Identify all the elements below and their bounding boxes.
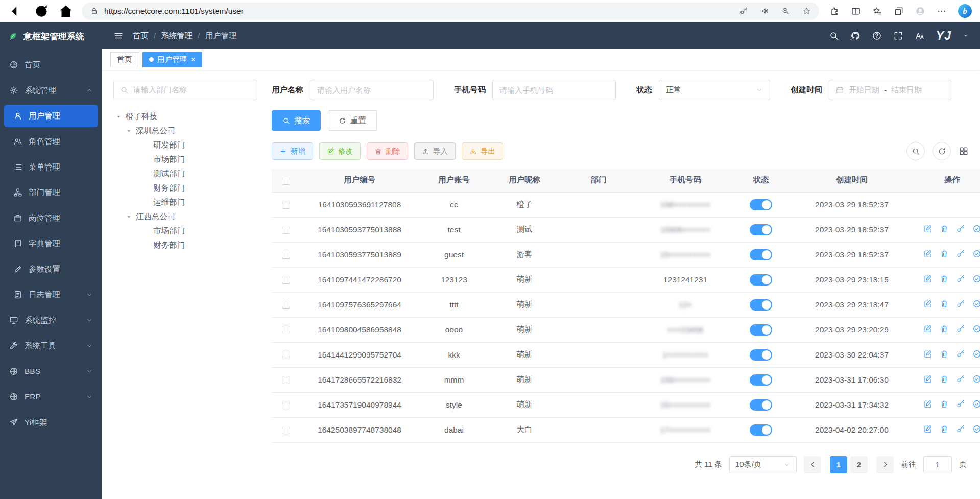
trash-icon[interactable] xyxy=(940,224,949,233)
sidebar-item-dict-management[interactable]: 字典管理 xyxy=(0,231,102,256)
back-icon[interactable] xyxy=(8,3,26,20)
status-toggle[interactable] xyxy=(750,349,772,361)
refresh-table-button[interactable] xyxy=(933,142,951,160)
status-toggle[interactable] xyxy=(750,424,772,436)
sidebar-item-menu-management[interactable]: 菜单管理 xyxy=(0,154,102,180)
status-select[interactable]: 正常 xyxy=(659,80,770,100)
sidebar-item-home[interactable]: 首页 xyxy=(0,52,102,78)
goto-page-input[interactable] xyxy=(923,456,952,473)
split-screen-icon[interactable] xyxy=(851,6,861,16)
caret-down-icon[interactable] xyxy=(126,128,132,134)
sidebar-item-bbs[interactable]: BBS xyxy=(0,359,102,384)
username-input[interactable] xyxy=(310,80,434,100)
reload-icon[interactable] xyxy=(33,3,50,20)
password-key-icon[interactable] xyxy=(739,7,748,15)
search-button[interactable]: 搜索 xyxy=(272,110,321,131)
key-icon[interactable] xyxy=(956,274,965,283)
tree-node[interactable]: 橙子科技 xyxy=(113,109,257,124)
caret-down-icon[interactable] xyxy=(126,213,132,220)
check-circle-icon[interactable] xyxy=(972,224,980,233)
trash-icon[interactable] xyxy=(940,274,949,283)
status-toggle[interactable] xyxy=(750,249,772,260)
tree-node[interactable]: 深圳总公司 xyxy=(113,124,257,138)
row-checkbox[interactable] xyxy=(282,376,290,384)
read-aloud-icon[interactable] xyxy=(760,7,769,15)
tab-user-management[interactable]: 用户管理 xyxy=(142,52,202,67)
fullscreen-icon[interactable] xyxy=(893,31,903,41)
tree-node[interactable]: 财务部门 xyxy=(113,181,257,195)
trash-icon[interactable] xyxy=(940,424,949,434)
github-icon[interactable] xyxy=(850,31,861,41)
sidebar-item-user-management[interactable]: 用户管理 xyxy=(4,105,98,127)
edit-icon[interactable] xyxy=(923,224,933,233)
sidebar-item-erp[interactable]: ERP xyxy=(0,384,102,410)
key-icon[interactable] xyxy=(956,349,965,359)
row-checkbox[interactable] xyxy=(282,351,290,359)
help-icon[interactable] xyxy=(872,31,882,41)
key-icon[interactable] xyxy=(956,324,965,334)
status-toggle[interactable] xyxy=(750,299,772,311)
sidebar-item-system-management[interactable]: 系统管理 xyxy=(0,78,102,103)
sidebar-item-post-management[interactable]: 岗位管理 xyxy=(0,205,102,231)
collapse-menu-icon[interactable] xyxy=(113,31,124,41)
edit-icon[interactable] xyxy=(923,374,933,384)
check-circle-icon[interactable] xyxy=(972,324,980,334)
sidebar-item-param-settings[interactable]: 参数设置 xyxy=(0,256,102,282)
next-page-button[interactable] xyxy=(876,456,894,473)
edit-icon[interactable] xyxy=(923,274,933,283)
key-icon[interactable] xyxy=(956,399,965,409)
sidebar-item-role-management[interactable]: 角色管理 xyxy=(0,129,102,154)
tree-node[interactable]: 江西总公司 xyxy=(113,209,257,224)
font-size-icon[interactable] xyxy=(915,31,925,41)
edit-icon[interactable] xyxy=(923,249,933,258)
edit-icon[interactable] xyxy=(923,399,933,409)
row-checkbox[interactable] xyxy=(282,276,290,284)
edit-icon[interactable] xyxy=(923,324,933,334)
status-toggle[interactable] xyxy=(750,399,772,411)
row-checkbox[interactable] xyxy=(282,301,290,309)
trash-icon[interactable] xyxy=(940,349,949,359)
key-icon[interactable] xyxy=(956,299,965,308)
row-checkbox[interactable] xyxy=(282,401,290,409)
status-toggle[interactable] xyxy=(750,199,772,210)
app-logo[interactable]: 意框架管理系统 xyxy=(0,22,102,50)
tree-node[interactable]: 市场部门 xyxy=(113,152,257,167)
toggle-search-button[interactable] xyxy=(906,142,925,160)
edit-icon[interactable] xyxy=(923,349,933,359)
import-button[interactable]: 导入 xyxy=(414,142,456,160)
page-button-2[interactable]: 2 xyxy=(850,456,868,473)
dept-search-input[interactable]: 请输入部门名称 xyxy=(113,80,257,100)
row-checkbox[interactable] xyxy=(282,426,290,434)
modify-button[interactable]: 修改 xyxy=(319,142,361,160)
tree-node[interactable]: 运维部门 xyxy=(113,195,257,209)
header-search-icon[interactable] xyxy=(829,31,839,41)
copilot-icon[interactable] xyxy=(958,4,972,18)
sidebar-item-log-management[interactable]: 日志管理 xyxy=(0,282,102,307)
key-icon[interactable] xyxy=(956,374,965,384)
key-icon[interactable] xyxy=(956,424,965,434)
browser-home-icon[interactable] xyxy=(57,3,75,20)
sidebar-item-system-monitor[interactable]: 系统监控 xyxy=(0,307,102,333)
trash-icon[interactable] xyxy=(940,374,949,384)
settings-ellipsis-icon[interactable] xyxy=(937,6,947,16)
collections-icon[interactable] xyxy=(894,6,904,16)
row-checkbox[interactable] xyxy=(282,251,290,259)
edit-icon[interactable] xyxy=(923,424,933,434)
check-circle-icon[interactable] xyxy=(972,299,980,308)
sidebar-item-dept-management[interactable]: 部门管理 xyxy=(0,180,102,205)
favorite-star-icon[interactable] xyxy=(802,7,811,15)
trash-icon[interactable] xyxy=(940,299,949,308)
caret-down-icon[interactable] xyxy=(115,113,122,120)
status-toggle[interactable] xyxy=(750,224,772,235)
trash-icon[interactable] xyxy=(940,324,949,334)
extensions-icon[interactable] xyxy=(829,6,840,16)
row-checkbox[interactable] xyxy=(282,226,290,234)
tab-home[interactable]: 首页 xyxy=(110,52,138,67)
status-toggle[interactable] xyxy=(750,274,772,286)
key-icon[interactable] xyxy=(956,249,965,258)
row-checkbox[interactable] xyxy=(282,201,290,209)
favorites-icon[interactable] xyxy=(872,6,882,16)
check-circle-icon[interactable] xyxy=(972,274,980,283)
delete-button[interactable]: 删除 xyxy=(367,142,408,160)
prev-page-button[interactable] xyxy=(804,456,821,473)
